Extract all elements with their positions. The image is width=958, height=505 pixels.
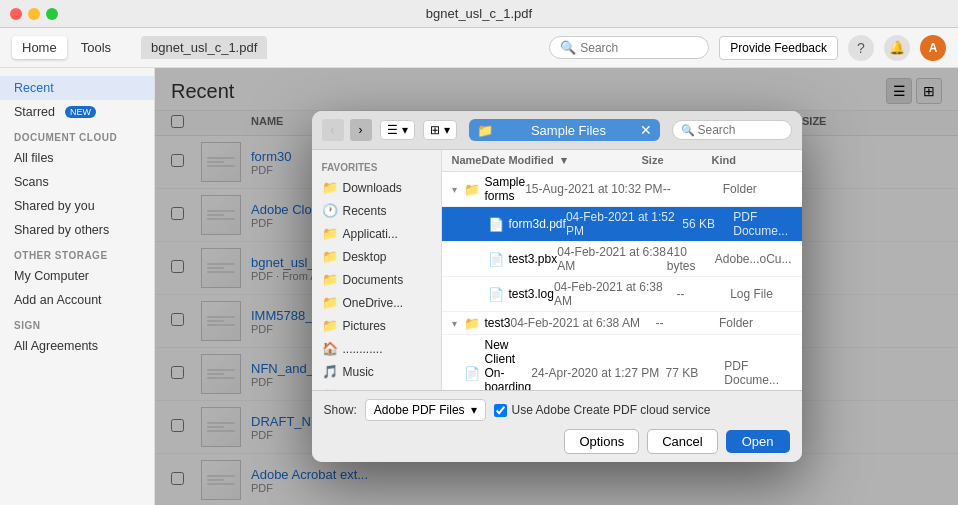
toolbar-search[interactable]: 🔍	[549, 36, 709, 59]
modal-sidebar-recents[interactable]: 🕐 Recents	[312, 199, 441, 222]
show-label: Show:	[324, 403, 357, 417]
sidebar-item-shared-by-you[interactable]: Shared by you	[0, 194, 154, 218]
options-button[interactable]: Options	[564, 429, 639, 454]
sidebar-item-my-computer[interactable]: My Computer	[0, 264, 154, 288]
expand-arrow: ▾	[452, 184, 464, 195]
modal-file-size: --	[656, 316, 719, 330]
toolbar-right: 🔍 Provide Feedback ? 🔔 A	[549, 35, 946, 61]
col-name[interactable]: Name	[452, 154, 482, 167]
sidebar-item-label: Downloads	[343, 181, 402, 195]
modal-sidebar-pictures[interactable]: 📁 Pictures	[312, 314, 441, 337]
starred-badge: NEW	[65, 106, 96, 118]
sidebar-item-label: Documents	[343, 273, 404, 287]
modal-file-row[interactable]: ▾ 📁 Sample forms 15-Aug-2021 at 10:32 PM…	[442, 172, 802, 207]
location-bar[interactable]: 📁 Sample Files ✕	[469, 119, 660, 141]
modal-footer-row2: Options Cancel Open	[324, 429, 790, 454]
col-size[interactable]: Size	[642, 154, 712, 167]
toolbar-tab[interactable]: bgnet_usl_c_1.pdf	[141, 36, 267, 59]
sidebar-item-recent[interactable]: Recent	[0, 76, 154, 100]
modal-file-row[interactable]: ▾ 📁 test3 04-Feb-2021 at 6:38 AM -- Fold…	[442, 312, 802, 335]
modal-file-kind: Folder	[723, 182, 792, 196]
format-value: Adobe PDF Files	[374, 403, 465, 417]
modal-footer-row1: Show: Adobe PDF Files ▾ Use Adobe Create…	[324, 399, 790, 421]
file-type-icon: 📄	[488, 251, 504, 267]
sidebar-item-add-account[interactable]: Add an Account	[0, 288, 154, 312]
sidebar-item-all-agreements[interactable]: All Agreements	[0, 334, 154, 358]
modal-file-row[interactable]: 📄 form3d.pdf 04-Feb-2021 at 1:52 PM 56 K…	[442, 207, 802, 242]
nav-tools[interactable]: Tools	[71, 36, 121, 59]
modal-sidebar-onedrive[interactable]: 📁 OneDrive...	[312, 291, 441, 314]
sidebar-item-label: Shared by you	[14, 199, 95, 213]
forward-button[interactable]: ›	[350, 119, 372, 141]
modal-file-date: 04-Feb-2021 at 6:38 AM	[554, 280, 677, 308]
help-button[interactable]: ?	[848, 35, 874, 61]
modal-sidebar-music[interactable]: 🎵 Music	[312, 360, 441, 383]
section-document-cloud: Document Cloud	[0, 124, 154, 146]
back-button[interactable]: ‹	[322, 119, 344, 141]
modal-file-row[interactable]: 📄 test3.pbx 04-Feb-2021 at 6:38 AM 410 b…	[442, 242, 802, 277]
cloud-service-checkbox[interactable]	[494, 404, 507, 417]
bell-icon: 🔔	[889, 40, 905, 55]
avatar[interactable]: A	[920, 35, 946, 61]
modal-file-date: 04-Feb-2021 at 6:38 AM	[557, 245, 667, 273]
modal-file-kind: Folder	[719, 316, 792, 330]
chevron-down-icon: ▾	[402, 123, 408, 137]
modal-sidebar-desktop[interactable]: 📁 Desktop	[312, 245, 441, 268]
modal-sidebar-home[interactable]: 🏠 ............	[312, 337, 441, 360]
view-dropdown[interactable]: ☰ ▾	[380, 120, 415, 140]
modal-body: Favorites 📁 Downloads 🕐 Recents 📁 Applic…	[312, 150, 802, 390]
location-clear-button[interactable]: ✕	[640, 122, 652, 138]
modal-search[interactable]: 🔍	[672, 120, 792, 140]
col-date[interactable]: Date Modified ▾	[482, 154, 642, 167]
sidebar-item-scans[interactable]: Scans	[0, 170, 154, 194]
feedback-button[interactable]: Provide Feedback	[719, 36, 838, 60]
notifications-button[interactable]: 🔔	[884, 35, 910, 61]
window-controls	[10, 8, 58, 20]
sidebar-item-label: Shared by others	[14, 223, 109, 237]
sidebar-item-label: ............	[343, 342, 383, 356]
modal-sidebar-documents[interactable]: 📁 Documents	[312, 268, 441, 291]
file-icon: 📄	[488, 252, 504, 267]
sidebar-item-label: All Agreements	[14, 339, 98, 353]
minimize-button[interactable]	[28, 8, 40, 20]
toolbar: Home Tools bgnet_usl_c_1.pdf 🔍 Provide F…	[0, 28, 958, 68]
format-select[interactable]: Adobe PDF Files ▾	[365, 399, 486, 421]
close-button[interactable]	[10, 8, 22, 20]
modal-file-row[interactable]: 📄 test3.log 04-Feb-2021 at 6:38 AM -- Lo…	[442, 277, 802, 312]
maximize-button[interactable]	[46, 8, 58, 20]
modal-file-name: test3.pbx	[509, 252, 558, 266]
search-input[interactable]	[580, 41, 700, 55]
file-type-icon: 📄	[464, 365, 480, 381]
modal-search-input[interactable]	[698, 123, 783, 137]
folder-icon: 📁	[464, 316, 480, 331]
sidebar-item-starred[interactable]: Starred NEW	[0, 100, 154, 124]
sidebar-item-all-files[interactable]: All files	[0, 146, 154, 170]
modal-file-date: 04-Feb-2021 at 1:52 PM	[566, 210, 682, 238]
open-file-dialog: ‹ › ☰ ▾ ⊞ ▾ 📁 Sample Files ✕	[312, 111, 802, 462]
folder-icon: 📁	[464, 182, 480, 197]
modal-sidebar: Favorites 📁 Downloads 🕐 Recents 📁 Applic…	[312, 150, 442, 390]
modal-sidebar-downloads[interactable]: 📁 Downloads	[312, 176, 441, 199]
columns-icon: ⊞	[430, 123, 440, 137]
modal-file-size: --	[677, 287, 731, 301]
file-row-content: 📄 New Client On-boarding (1).pdf	[452, 338, 532, 390]
open-button[interactable]: Open	[726, 430, 790, 453]
modal-file-kind: PDF Docume...	[733, 210, 791, 238]
modal-file-name: Sample forms	[485, 175, 526, 203]
folder-icon: 📁	[477, 123, 493, 138]
sidebar-item-label: OneDrive...	[343, 296, 404, 310]
toolbar-nav: Home Tools	[12, 36, 121, 59]
folder-icon: 📁	[322, 295, 338, 310]
nav-home[interactable]: Home	[12, 36, 67, 59]
col-kind[interactable]: Kind	[712, 154, 792, 167]
favorites-section-label: Favorites	[312, 154, 441, 176]
modal-file-size: 77 KB	[666, 366, 725, 380]
modal-sidebar-applications[interactable]: 📁 Applicati...	[312, 222, 441, 245]
expand-arrow: ▾	[452, 318, 464, 329]
folder-icon: 📁	[322, 272, 338, 287]
modal-file-row[interactable]: 📄 New Client On-boarding (1).pdf 24-Apr-…	[442, 335, 802, 390]
cancel-button[interactable]: Cancel	[647, 429, 717, 454]
modal-sidebar-movies[interactable]: 📁 Movies	[312, 383, 441, 390]
columns-dropdown[interactable]: ⊞ ▾	[423, 120, 457, 140]
sidebar-item-shared-by-others[interactable]: Shared by others	[0, 218, 154, 242]
